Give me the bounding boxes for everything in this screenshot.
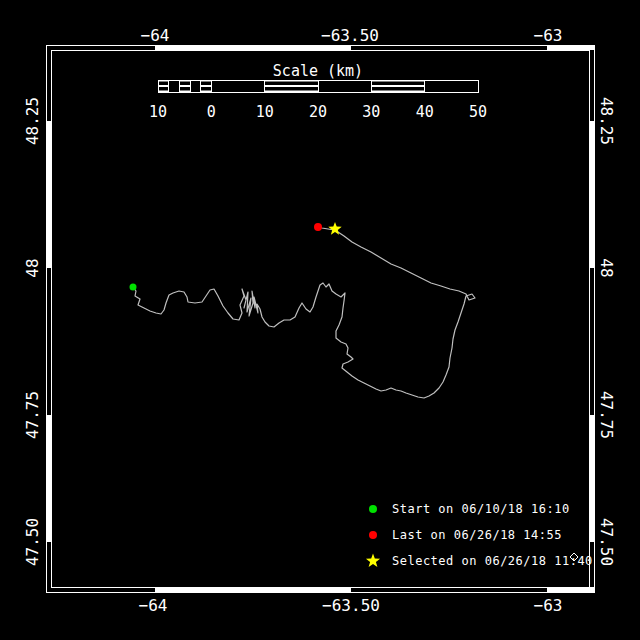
top-tick-label: −64 <box>141 26 170 45</box>
left-tick-label: 47.75 <box>23 391 42 439</box>
start-marker[interactable] <box>130 284 137 291</box>
map-plot: −64 −63.50 −63 −64 −63.50 −63 48.25 48 4… <box>0 0 640 640</box>
right-tick-label: 48.25 <box>597 97 616 145</box>
legend-start-dot-icon <box>369 505 377 513</box>
plot-window: −64 −63.50 −63 −64 −63.50 −63 48.25 48 4… <box>0 0 640 640</box>
right-tick-label: 47.75 <box>597 391 616 439</box>
border-box-right <box>589 121 594 268</box>
border-box-left <box>46 121 51 268</box>
top-tick-label: −63 <box>534 26 563 45</box>
last-marker[interactable] <box>314 223 322 231</box>
right-tick-label: 47.50 <box>597 518 616 566</box>
bottom-tick-label: −63 <box>534 596 563 615</box>
border-box-right <box>589 415 594 542</box>
legend: Start on 06/10/18 16:10 Last on 06/26/18… <box>366 502 593 568</box>
left-tick-label: 48.25 <box>23 97 42 145</box>
bottom-tick-label: −64 <box>139 596 168 615</box>
bottom-tick-label: −63.50 <box>322 596 380 615</box>
border-box-bottom <box>547 587 594 592</box>
left-tick-label: 48 <box>23 258 42 277</box>
right-tick-label: 48 <box>597 258 616 277</box>
legend-last-dot-icon <box>369 531 377 539</box>
border-box-top <box>155 45 351 50</box>
border-box-top <box>547 45 594 50</box>
legend-start-label: Start on 06/10/18 16:10 <box>392 502 570 516</box>
left-tick-label: 47.50 <box>23 518 42 566</box>
legend-selected-label: Selected on 06/26/18 11:40 <box>392 554 593 568</box>
border-box-left <box>46 415 51 542</box>
border-box-bottom <box>155 587 351 592</box>
legend-last-label: Last on 06/26/18 14:55 <box>392 528 562 542</box>
top-tick-label: −63.50 <box>321 26 379 45</box>
